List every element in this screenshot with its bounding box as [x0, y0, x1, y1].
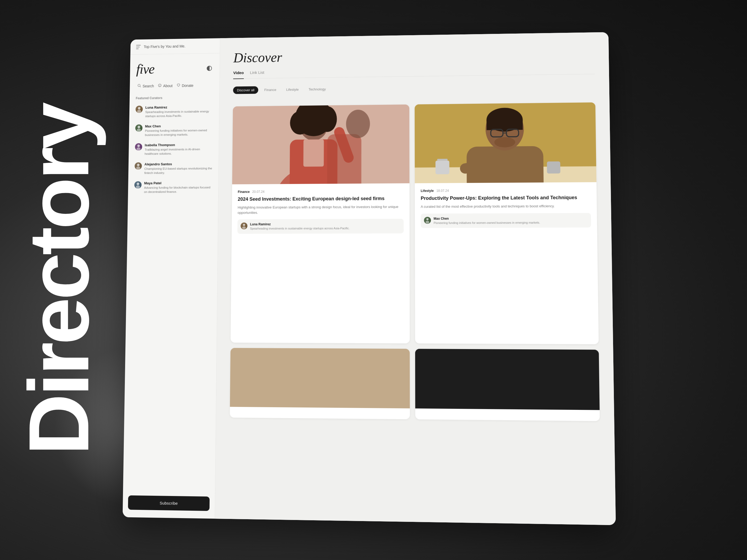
svg-point-10: [137, 129, 141, 132]
svg-point-47: [426, 221, 429, 223]
card-excerpt: Highlighting innovative European startup…: [238, 204, 404, 215]
sidebar: Top Five's by You and Me. five: [123, 38, 220, 519]
curator-info: Isabella Thompson Trailblazing angel inv…: [145, 143, 213, 156]
topbar-label: Top Five's by You and Me.: [144, 44, 185, 49]
avatar: [135, 106, 143, 113]
author-description: Spearheading investments in sustainable …: [250, 226, 350, 231]
tab-link-list[interactable]: Link List: [250, 70, 264, 75]
svg-point-30: [242, 227, 246, 229]
nav-donate[interactable]: Donate: [175, 82, 195, 89]
filter-technology[interactable]: Technology: [305, 85, 330, 93]
svg-point-29: [243, 224, 245, 226]
author-name: Max Chen: [434, 216, 540, 220]
avatar: [135, 143, 142, 151]
avatar: [135, 162, 142, 169]
curator-list: Luna Ramirez Spearheading investments in…: [123, 102, 219, 491]
svg-point-9: [138, 126, 140, 129]
card-author: Max Chen Pioneering funding initiatives …: [421, 213, 591, 228]
article-card[interactable]: Lifestyle 18.07.24 Productivity Power-Up…: [415, 102, 599, 344]
topbar-icon: [135, 44, 141, 50]
filter-finance[interactable]: Finance: [260, 86, 280, 94]
svg-rect-40: [487, 119, 523, 130]
curator-item[interactable]: Isabella Thompson Trailblazing angel inv…: [132, 140, 216, 159]
curator-description: Trailblazing angel investments in AI-dri…: [145, 147, 213, 156]
app-logo: five: [136, 61, 154, 77]
nav-search[interactable]: Search: [136, 83, 156, 89]
nav-about[interactable]: i About: [157, 82, 174, 89]
svg-rect-27: [327, 134, 361, 185]
article-card[interactable]: Finance 20.07.24 2024 Seed Investments: …: [231, 105, 410, 344]
author-description: Pioneering funding initiatives for women…: [434, 220, 540, 225]
card-excerpt: A curated list of the most effective pro…: [421, 204, 591, 209]
curator-info: Alejandro Santos Championing EU-based st…: [144, 162, 212, 175]
svg-text:i: i: [159, 84, 160, 87]
nav-about-label: About: [163, 83, 173, 88]
svg-point-46: [426, 218, 429, 220]
svg-rect-36: [547, 161, 561, 174]
svg-point-12: [136, 148, 140, 151]
tab-video[interactable]: Video: [233, 71, 244, 79]
main-content: Discover Video Link List Discover all Fi…: [215, 32, 616, 525]
curator-description: Pioneering funding initiatives for women…: [145, 128, 213, 137]
curator-description: Championing EU-based startups revolution…: [144, 166, 212, 175]
curator-name: Maya Patel: [144, 181, 212, 185]
card-image: [415, 102, 596, 183]
author-info: Luna Ramirez Spearheading investments in…: [250, 222, 350, 231]
svg-rect-26: [303, 139, 324, 167]
svg-rect-1: [136, 47, 139, 48]
svg-point-14: [136, 166, 140, 169]
card-title: 2024 Seed Investments: Exciting European…: [238, 195, 404, 203]
curator-item[interactable]: Alejandro Santos Championing EU-based st…: [131, 159, 215, 178]
curator-info: Luna Ramirez Spearheading investments in…: [145, 105, 213, 118]
card-author: Luna Ramirez Spearheading investments in…: [237, 219, 404, 234]
info-icon: i: [158, 83, 162, 88]
svg-rect-51: [415, 349, 600, 410]
sidebar-top-bar: Top Five's by You and Me.: [130, 38, 220, 55]
card-date: 20.07.24: [252, 190, 264, 194]
card-category: Lifestyle: [421, 189, 434, 193]
article-card[interactable]: [230, 348, 410, 420]
card-image: [415, 349, 600, 410]
svg-rect-34: [435, 161, 449, 175]
theme-toggle-button[interactable]: [205, 64, 213, 72]
author-info: Max Chen Pioneering funding initiatives …: [434, 216, 540, 225]
curator-item[interactable]: Luna Ramirez Spearheading investments in…: [132, 102, 216, 121]
card-title: Productivity Power-Ups: Exploring the La…: [421, 194, 591, 202]
filter-all[interactable]: Discover all: [233, 86, 259, 94]
svg-point-8: [137, 110, 141, 113]
curator-name: Max Chen: [145, 124, 213, 128]
author-avatar: [241, 223, 248, 230]
content-type-tabs: Video Link List: [233, 65, 595, 79]
curator-name: Alejandro Santos: [144, 162, 212, 166]
avatar: [135, 125, 143, 132]
card-body: Lifestyle 18.07.24 Productivity Power-Up…: [415, 182, 597, 233]
curator-item[interactable]: Max Chen Pioneering funding initiatives …: [132, 121, 216, 140]
subscribe-button[interactable]: Subscribe: [128, 496, 210, 511]
curator-info: Maya Patel Advancing funding for blockch…: [144, 181, 212, 194]
svg-rect-49: [230, 348, 410, 408]
main-header: Discover Video Link List Discover all Fi…: [220, 32, 609, 102]
author-avatar: [424, 217, 431, 224]
card-image: [232, 105, 410, 185]
curator-name: Luna Ramirez: [146, 105, 213, 109]
article-card[interactable]: [415, 349, 600, 421]
app-window: Top Five's by You and Me. five: [123, 32, 616, 525]
logo-area: five: [130, 53, 220, 81]
curator-item[interactable]: Maya Patel Advancing funding for blockch…: [131, 178, 215, 196]
svg-point-13: [137, 163, 139, 166]
filter-lifestyle[interactable]: Lifestyle: [282, 86, 303, 93]
card-image: [230, 348, 410, 408]
card-category: Finance: [238, 190, 250, 194]
svg-point-11: [137, 144, 140, 147]
curators-section-title: Featured Curators: [130, 93, 220, 103]
svg-point-7: [138, 107, 140, 110]
cards-grid: Finance 20.07.24 2024 Seed Investments: …: [215, 97, 616, 525]
curator-description: Spearheading investments in sustainable …: [145, 109, 213, 118]
page-title: Discover: [233, 45, 595, 65]
svg-rect-0: [136, 45, 140, 46]
card-meta: Finance 20.07.24: [238, 189, 404, 194]
svg-rect-35: [437, 159, 448, 161]
search-icon: [137, 84, 141, 88]
subscribe-section: Subscribe: [123, 490, 215, 519]
curator-name: Isabella Thompson: [145, 143, 212, 147]
